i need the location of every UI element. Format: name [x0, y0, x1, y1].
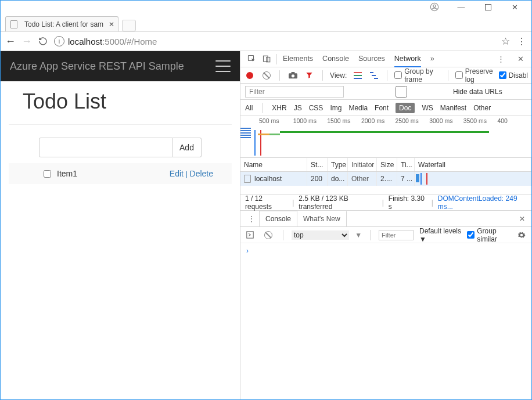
url-text: localhost:5000/#/Home	[68, 37, 157, 46]
tab-close-icon[interactable]: ✕	[109, 20, 114, 28]
svg-rect-14	[374, 78, 378, 79]
profile-icon[interactable]	[421, 1, 448, 13]
group-similar-checkbox[interactable]: Group similar	[467, 227, 509, 243]
status-requests: 1 / 12 requests	[245, 194, 287, 211]
type-ws[interactable]: WS	[422, 104, 433, 112]
page-title: Todo List	[9, 87, 232, 121]
group-by-frame-checkbox[interactable]: Group by frame	[394, 67, 441, 84]
drawer-tab-console[interactable]: Console	[259, 211, 297, 226]
col-size[interactable]: Size	[377, 158, 397, 171]
col-initiator[interactable]: Initiator	[348, 158, 377, 171]
console-sidebar-icon[interactable]	[244, 228, 257, 243]
window-minimize-button[interactable]: —	[448, 1, 475, 13]
network-timeline[interactable]: 500 ms 1000 ms 1500 ms 2000 ms 2500 ms 3…	[240, 116, 531, 158]
svg-rect-2	[485, 4, 491, 10]
bookmark-star-icon[interactable]: ☆	[500, 36, 511, 46]
add-item-form: Add	[39, 138, 232, 157]
browser-tab-title: Todo List: A client for sam	[24, 20, 103, 28]
tab-more[interactable]: »	[430, 51, 434, 67]
capture-screenshots-icon[interactable]	[287, 68, 299, 83]
clear-button[interactable]	[261, 68, 273, 83]
view-waterfall-icon[interactable]	[368, 68, 380, 83]
site-info-icon[interactable]: i	[54, 36, 64, 46]
type-js[interactable]: JS	[294, 104, 302, 112]
type-doc[interactable]: Doc	[396, 103, 415, 113]
devtools-toolbar: Elements Console Sources Network » ⋮ ✕	[240, 51, 531, 67]
window-maximize-button[interactable]	[475, 1, 501, 13]
hamburger-menu-icon[interactable]	[215, 60, 231, 72]
type-img[interactable]: Img	[330, 104, 342, 112]
inspect-element-icon[interactable]	[244, 52, 259, 67]
col-name[interactable]: Name	[240, 158, 307, 171]
tab-console[interactable]: Console	[322, 51, 349, 67]
drawer-tab-whatsnew[interactable]: What's New	[297, 211, 347, 226]
edit-link[interactable]: Edit	[170, 169, 184, 178]
table-row[interactable]: localhost 200 do... Other 2.... 7 ...	[240, 172, 531, 186]
network-controls: View: Group by frame Preserve log Disabl	[240, 67, 531, 84]
tab-elements[interactable]: Elements	[283, 51, 313, 67]
col-type[interactable]: Type	[328, 158, 348, 171]
type-all[interactable]: All	[245, 104, 253, 112]
status-finish: Finish: 3.30 s	[389, 194, 427, 211]
preserve-log-checkbox[interactable]: Preserve log	[455, 67, 494, 84]
type-other[interactable]: Other	[473, 104, 491, 112]
svg-rect-7	[291, 72, 294, 74]
window-close-button[interactable]: ✕	[501, 1, 528, 13]
browser-toolbar: ← → i localhost:5000/#/Home ☆ ⋮	[1, 31, 531, 51]
console-clear-icon[interactable]	[263, 228, 275, 243]
doc-icon	[244, 175, 251, 183]
svg-rect-11	[354, 78, 362, 79]
address-bar[interactable]: i localhost:5000/#/Home	[54, 36, 494, 46]
hide-data-urls-checkbox[interactable]: Hide data URLs	[352, 86, 502, 98]
page-navbar: Azure App Service REST API Sample	[1, 51, 240, 81]
col-time[interactable]: Ti...	[397, 158, 415, 171]
network-filter-row: Hide data URLs	[240, 84, 531, 100]
network-table: Name St... Type Initiator Size Ti... Wat…	[240, 158, 531, 194]
network-status-bar: 1 / 12 requests | 2.5 KB / 123 KB transf…	[240, 194, 531, 211]
devtools-panel: Elements Console Sources Network » ⋮ ✕	[240, 51, 531, 399]
network-filter-input[interactable]	[245, 86, 344, 98]
console-body[interactable]: ›	[240, 243, 531, 399]
status-dcl: DOMContentLoaded: 249 ms...	[438, 194, 527, 211]
type-manifest[interactable]: Manifest	[440, 104, 466, 112]
add-button[interactable]: Add	[172, 138, 202, 157]
console-settings-icon[interactable]	[515, 228, 528, 243]
browser-menu-icon[interactable]: ⋮	[516, 36, 527, 46]
forward-button: →	[21, 36, 32, 46]
svg-rect-10	[354, 75, 362, 76]
back-button[interactable]: ←	[5, 36, 16, 46]
drawer-close-icon[interactable]: ✕	[516, 215, 528, 223]
console-prompt-icon: ›	[246, 247, 249, 255]
type-font[interactable]: Font	[375, 104, 389, 112]
browser-tabstrip: Todo List: A client for sam ✕	[1, 13, 531, 31]
svg-rect-13	[372, 75, 376, 76]
type-xhr[interactable]: XHR	[272, 104, 286, 112]
log-levels-dropdown[interactable]: Default levels ▼	[419, 227, 461, 243]
context-select[interactable]: top	[292, 230, 349, 240]
reload-button[interactable]	[38, 36, 48, 46]
browser-tab[interactable]: Todo List: A client for sam ✕	[5, 16, 118, 31]
col-waterfall[interactable]: Waterfall 2.00 s ▲	[415, 158, 531, 171]
type-media[interactable]: Media	[348, 104, 368, 112]
col-status[interactable]: St...	[307, 158, 328, 171]
new-item-input[interactable]	[39, 138, 172, 157]
record-button[interactable]	[244, 68, 256, 83]
filter-toggle-icon[interactable]	[304, 68, 316, 83]
type-css[interactable]: CSS	[309, 104, 323, 112]
console-filter-input[interactable]	[379, 230, 414, 240]
drawer-menu-icon[interactable]: ⋮	[244, 211, 259, 226]
devtools-close-icon[interactable]: ✕	[513, 52, 528, 67]
item-checkbox[interactable]	[44, 170, 51, 178]
svg-rect-12	[370, 72, 373, 73]
tab-network[interactable]: Network	[394, 51, 421, 67]
devtools-menu-icon[interactable]: ⋮	[493, 52, 508, 67]
window-titlebar: — ✕	[1, 1, 531, 13]
device-toolbar-icon[interactable]	[259, 52, 274, 67]
tab-sources[interactable]: Sources	[358, 51, 385, 67]
item-label: Item1	[57, 169, 77, 178]
new-tab-button[interactable]	[122, 20, 136, 31]
view-list-icon[interactable]	[351, 68, 364, 83]
delete-link[interactable]: Delete	[190, 169, 213, 178]
timeline-ticks: 500 ms 1000 ms 1500 ms 2000 ms 2500 ms 3…	[240, 116, 531, 124]
disable-cache-checkbox[interactable]: Disabl	[499, 71, 528, 80]
